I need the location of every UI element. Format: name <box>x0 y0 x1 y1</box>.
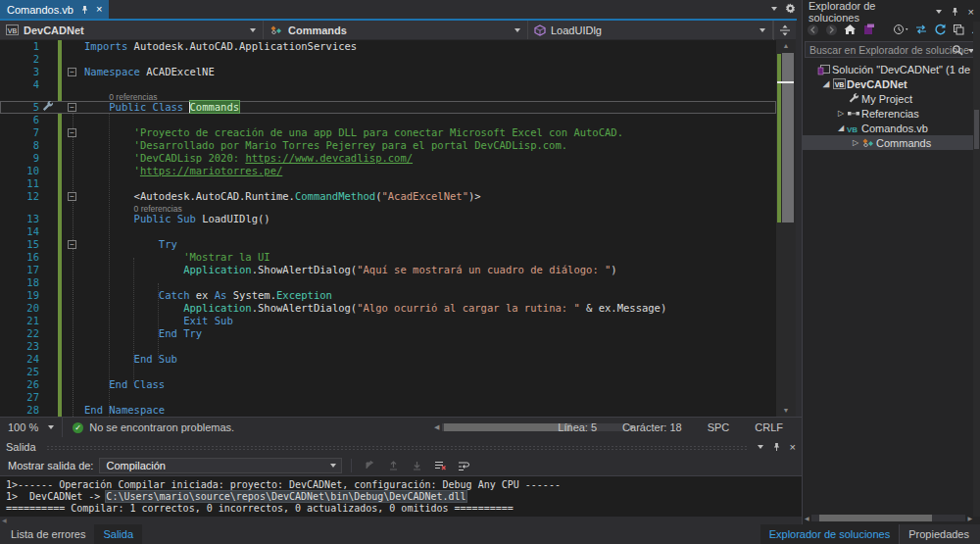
document-health-indicator[interactable]: ✓ No se encontraron problemas. <box>63 421 244 433</box>
project-dropdown[interactable]: VB DevCADNet <box>0 21 264 39</box>
pin-icon[interactable] <box>80 5 89 15</box>
solution-explorer-titlebar[interactable]: Explorador de soluciones × <box>803 0 980 20</box>
solution-explorer-horizontal-scrollbar[interactable]: ◀ ▶ <box>805 514 972 522</box>
output-horizontal-scrollbar[interactable]: ◀ <box>0 517 802 524</box>
sync-with-active-document-icon[interactable] <box>914 24 928 35</box>
tool-tab-salida[interactable]: Salida <box>94 524 142 544</box>
line-number: 27 <box>0 391 39 404</box>
document-list-chevron-icon[interactable] <box>771 7 777 11</box>
code-line-6[interactable]: 6 <box>0 114 776 126</box>
output-titlebar[interactable]: Salida × <box>0 439 802 455</box>
search-icon[interactable] <box>952 44 963 56</box>
pin-icon[interactable] <box>951 7 959 17</box>
line-number: 6 <box>0 114 39 126</box>
goto-message-icon[interactable] <box>361 459 378 472</box>
scroll-down-icon[interactable]: ▼ <box>776 405 796 417</box>
code-line-8[interactable]: 8 'Desarrollado por Mario Torres Pejerre… <box>0 139 776 152</box>
forward-icon[interactable] <box>825 24 838 36</box>
fold-collapse-icon: − <box>68 240 76 249</box>
home-icon[interactable] <box>844 24 857 35</box>
close-icon[interactable]: × <box>96 4 102 15</box>
back-icon[interactable] <box>807 24 819 36</box>
code-line-21[interactable]: 21 Exit Sub <box>0 315 776 327</box>
scroll-right-icon[interactable]: ▶ <box>965 515 972 521</box>
code-line-15[interactable]: 15− Try <box>0 238 776 251</box>
code-line-11[interactable]: 11 <box>0 177 776 190</box>
tree-item-commands[interactable]: ▷Commands <box>803 135 980 150</box>
scrollbar-track[interactable] <box>811 515 965 521</box>
switch-views-icon[interactable] <box>862 24 875 35</box>
tree-item-referencias[interactable]: ▷Referencias <box>803 106 980 121</box>
output-text-area[interactable]: 1>------ Operación Compilar iniciada: pr… <box>0 476 802 517</box>
status-spaces[interactable]: SPC <box>695 421 743 433</box>
code-line-14[interactable]: 14 <box>0 225 776 238</box>
solution-explorer-vertical-scrollbar[interactable] <box>973 22 980 517</box>
code-line-17[interactable]: 17 Application.ShowAlertDialog("Aquí se … <box>0 264 776 276</box>
code-line-9[interactable]: 9 'DevCADLisp 2020: https://www.devcadli… <box>0 152 776 165</box>
code-line-1[interactable]: 1Imports Autodesk.AutoCAD.ApplicationSer… <box>0 40 776 53</box>
codelens-indicator[interactable]: 0 referencias <box>0 203 776 213</box>
code-line-16[interactable]: 16 'Mostrar la UI <box>0 251 776 264</box>
tool-tab-explorador-de-soluciones[interactable]: Explorador de soluciones <box>760 524 900 544</box>
code-line-28[interactable]: 28End Namespace <box>0 404 776 417</box>
code-line-23[interactable]: 23 <box>0 340 776 353</box>
close-icon[interactable]: × <box>968 7 974 18</box>
type-dropdown[interactable]: Commands <box>264 21 528 39</box>
tree-item-comandos-vb[interactable]: ◢VBComandos.vb <box>803 121 980 135</box>
comment-link: https://www.devcadlisp.com/ <box>245 152 413 164</box>
clear-all-icon[interactable] <box>431 459 449 472</box>
wrench-icon <box>846 93 861 104</box>
code-line-4[interactable]: 4 <box>0 78 776 91</box>
zoom-control[interactable]: 100 % <box>0 418 63 437</box>
code-line-13[interactable]: 13 Public Sub LoadUIDlg() <box>0 213 776 225</box>
pin-icon[interactable] <box>772 442 781 452</box>
window-position-chevron-icon[interactable] <box>758 445 763 449</box>
output-source-select[interactable]: Compilación <box>99 458 342 473</box>
code-line-27[interactable]: 27 <box>0 391 776 404</box>
collapse-all-icon[interactable] <box>953 24 965 35</box>
scrollbar-thumb[interactable] <box>974 110 979 149</box>
tree-item-my-project[interactable]: My Project <box>803 91 980 106</box>
codelens-indicator[interactable]: 0 referencias <box>0 91 776 101</box>
close-icon[interactable]: × <box>790 442 796 453</box>
tool-tab-propiedades[interactable]: Propiedades <box>899 524 978 544</box>
code-line-2[interactable]: 2 <box>0 53 776 66</box>
previous-message-icon[interactable] <box>384 459 402 472</box>
split-editor-button[interactable] <box>773 21 796 40</box>
code-line-7[interactable]: 7− 'Proyecto de creación de una app DLL … <box>0 126 776 139</box>
code-line-19[interactable]: 19 Catch ex As System.Exception <box>0 289 776 302</box>
tab-comandos-vb[interactable]: Comandos.vb × <box>0 0 109 19</box>
scroll-left-icon[interactable]: ◀ <box>805 515 811 521</box>
window-position-chevron-icon[interactable] <box>936 10 942 14</box>
status-eol[interactable]: CRLF <box>742 421 796 433</box>
solution-explorer-search-input[interactable]: Buscar en Explorador de solucione <box>805 41 978 58</box>
code-editor[interactable]: 1Imports Autodesk.AutoCAD.ApplicationSer… <box>0 40 796 417</box>
scrollbar-thumb[interactable] <box>819 515 932 521</box>
tree-item-label: Commands <box>876 137 931 149</box>
code-line-18[interactable]: 18 <box>0 276 776 289</box>
scroll-left-icon[interactable]: ◀ <box>434 423 442 431</box>
next-message-icon[interactable] <box>408 459 425 472</box>
scroll-up-icon[interactable]: ▲ <box>776 40 796 52</box>
member-dropdown[interactable]: LoadUIDlg <box>528 21 773 39</box>
code-text: End Namespace <box>84 404 165 417</box>
tool-tab-lista-de-errores[interactable]: Lista de errores <box>2 524 94 544</box>
tree-item-devcadnet[interactable]: ◢VBDevCADNet <box>803 76 980 91</box>
editor-vertical-scrollbar[interactable]: ▲ ▼ <box>776 40 796 417</box>
code-line-25[interactable]: 25 <box>0 366 776 378</box>
code-line-3[interactable]: 3−Namespace ACADExcelNE <box>0 66 776 78</box>
code-line-5[interactable]: 5− Public Class Commands <box>0 101 776 114</box>
code-line-26[interactable]: 26 End Class <box>0 378 776 391</box>
code-line-10[interactable]: 10 'https://mariotorres.pe/ <box>0 165 776 177</box>
scrollbar-thumb[interactable] <box>782 53 794 223</box>
refs-icon <box>846 108 861 120</box>
code-line-12[interactable]: 12− <Autodesk.AutoCAD.Runtime.CommandMet… <box>0 190 776 203</box>
word-wrap-icon[interactable] <box>455 459 472 472</box>
tree-item-soluci-n-devcadnet-1-de-1-proy[interactable]: Solución "DevCADNet" (1 de 1 proy <box>803 62 980 76</box>
code-line-20[interactable]: 20 Application.ShowAlertDialog("Algo ocu… <box>0 302 776 315</box>
pending-changes-filter-icon[interactable] <box>893 24 908 35</box>
refresh-icon[interactable] <box>934 24 947 35</box>
gear-icon[interactable] <box>785 3 796 14</box>
code-line-22[interactable]: 22 End Try <box>0 327 776 340</box>
code-line-24[interactable]: 24 End Sub <box>0 353 776 366</box>
